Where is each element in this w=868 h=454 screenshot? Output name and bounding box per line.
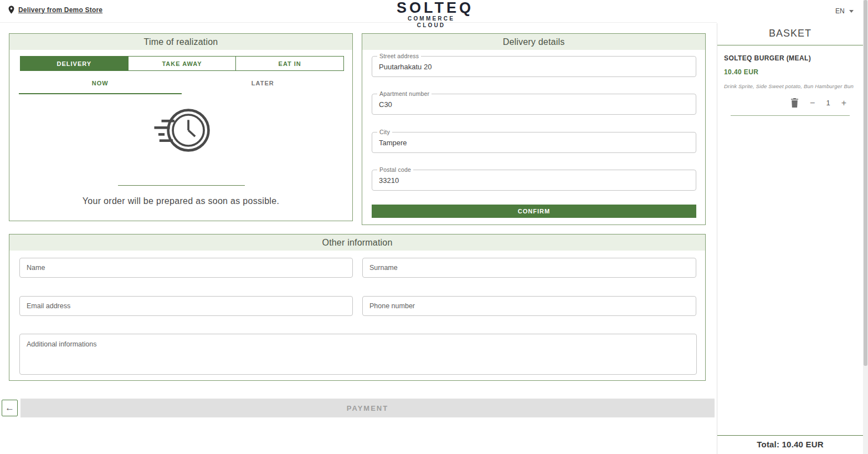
phone-input[interactable] — [363, 297, 696, 315]
apartment-number-input[interactable] — [372, 94, 696, 114]
street-address-input[interactable] — [372, 57, 696, 76]
basket-item-description: Drink Sprite, Side Sweet potato, Bun Ham… — [724, 83, 856, 89]
email-input[interactable] — [20, 297, 352, 315]
scrollbar-thumb[interactable] — [864, 0, 867, 366]
basket-title: BASKET — [717, 23, 863, 45]
phone-field — [362, 296, 696, 316]
page-scrollbar[interactable] — [863, 0, 868, 454]
fulfillment-tabs: DELIVERY TAKE AWAY EAT IN — [20, 56, 344, 71]
language-selector[interactable]: EN — [835, 7, 854, 15]
basket-item-controls: − 1 + — [724, 98, 856, 108]
back-arrow-icon: ← — [5, 402, 14, 414]
time-of-realization-panel: Time of realization DELIVERY TAKE AWAY E… — [9, 33, 353, 221]
other-panel-header: Other information — [9, 234, 705, 251]
quantity-value: 1 — [826, 99, 830, 107]
basket-total: Total: 10.40 EUR — [717, 435, 863, 454]
payment-button[interactable]: PAYMENT — [20, 399, 715, 417]
checkout-page: Delivery from Demo Store SOLTEQ COMMERCE… — [0, 0, 868, 454]
top-header: Delivery from Demo Store SOLTEQ COMMERCE… — [0, 0, 717, 23]
store-link-label: Delivery from Demo Store — [18, 6, 102, 14]
delivery-panel-title: Delivery details — [503, 37, 565, 47]
apartment-number-field: Apartment number — [372, 94, 696, 115]
basket-item-price: 10.40 EUR — [724, 68, 856, 76]
delivery-panel-header: Delivery details — [362, 34, 705, 50]
basket-item-name: SOLTEQ BURGER (MEAL) — [724, 54, 856, 62]
email-field — [19, 296, 353, 316]
tab-eat-in[interactable]: EAT IN — [236, 56, 344, 71]
postal-code-field: Postal code — [372, 170, 696, 191]
logo-title: SOLTEQ — [397, 0, 466, 16]
confirm-button[interactable]: CONFIRM — [372, 205, 696, 218]
tab-delivery[interactable]: DELIVERY — [20, 56, 129, 71]
language-label: EN — [835, 7, 845, 15]
time-panel-title: Time of realization — [144, 37, 218, 47]
quantity-decrease-button[interactable]: − — [810, 99, 815, 108]
name-field — [19, 258, 353, 278]
surname-input[interactable] — [363, 258, 696, 277]
delivery-details-panel: Delivery details Street address Apartmen… — [362, 33, 706, 225]
brand-logo: SOLTEQ COMMERCE CLOUD — [397, 0, 466, 29]
preparation-message: Your order will be prepared as soon as p… — [9, 196, 352, 206]
other-panel-title: Other information — [322, 238, 392, 248]
trash-icon[interactable] — [790, 98, 799, 108]
other-information-panel: Other information — [9, 234, 706, 381]
message-divider — [118, 185, 245, 186]
time-mode-tabs: NOW LATER — [19, 75, 344, 94]
surname-field — [362, 258, 696, 278]
street-address-field: Street address — [372, 56, 696, 77]
additional-info-field — [19, 334, 697, 375]
additional-info-textarea[interactable] — [20, 334, 696, 374]
time-panel-header: Time of realization — [9, 34, 352, 50]
chevron-down-icon — [849, 10, 854, 13]
quantity-increase-button[interactable]: + — [841, 99, 846, 108]
city-field: City — [372, 132, 696, 153]
name-input[interactable] — [20, 258, 352, 277]
tab-now[interactable]: NOW — [19, 75, 182, 94]
tab-later[interactable]: LATER — [182, 75, 345, 94]
tab-take-away[interactable]: TAKE AWAY — [129, 56, 237, 71]
store-location-link[interactable]: Delivery from Demo Store — [7, 5, 102, 14]
logo-subtitle: COMMERCE CLOUD — [397, 16, 466, 29]
back-button[interactable]: ← — [2, 400, 18, 416]
city-input[interactable] — [372, 132, 696, 152]
speed-clock-icon — [9, 106, 352, 155]
location-pin-icon — [7, 5, 16, 14]
basket-sidebar: BASKET SOLTEQ BURGER (MEAL) 10.40 EUR Dr… — [717, 23, 863, 454]
postal-code-input[interactable] — [372, 170, 696, 190]
basket-item-divider — [731, 115, 850, 116]
basket-item: SOLTEQ BURGER (MEAL) 10.40 EUR Drink Spr… — [717, 45, 863, 116]
